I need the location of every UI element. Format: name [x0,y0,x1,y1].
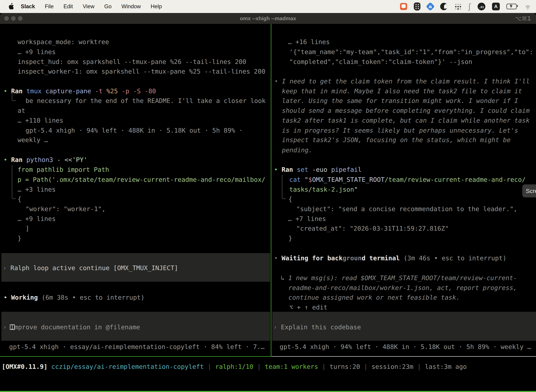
terminal-line: { [18,194,21,204]
text-segment: Working [11,294,42,301]
text-segment: | [413,363,425,370]
desktop: SlackFileEditViewGoWindowHelp ʃ..61A omx… [0,0,536,392]
terminal-line: later. Using the same for transition mig… [282,96,518,106]
terminal-line: inspect_worker-1: omx sparkshell --tmux-… [18,67,265,76]
terminal-line: ] [25,224,29,233]
screenshot-app-icon[interactable] [400,3,407,10]
terminal-line: gpt-5.4 xhigh · essay/ai-reimplementatio… [9,342,264,352]
countdown-badge[interactable]: ..61 [478,3,485,10]
text-segment: Waiting for back [282,254,343,262]
output-connector-line [282,175,286,199]
text-segment: workspace_mode: worktree [18,38,109,46]
terminal-line: keep that in mind. Maybe I also need the… [282,86,522,96]
terminal-content[interactable]: workspace_mode: worktree… +9 linesinspec… [0,24,536,392]
squiggle-icon[interactable]: ʃ [468,2,471,11]
menu-status-icons: ʃ..61A [400,2,532,11]
omx-status-line: [OMX#0.11.9] cczip/essay/ai-reimplementa… [2,362,467,372]
terminal-line: should send a message before completing … [282,106,530,116]
text-segment: ralph:1/10 [215,363,254,370]
menu-item-window[interactable]: Window [121,3,141,10]
text-segment: Ran [11,156,26,163]
terminal-line: … +9 lines [18,214,56,224]
menu-bar: SlackFileEditViewGoWindowHelp ʃ..61A [0,0,536,13]
text-cursor: I [10,323,14,331]
terminal-line: "completed","claim_token":"claim-token"}… [289,57,472,67]
text-segment: mprove documentation in @filename [14,323,140,331]
text-segment: • [4,156,11,163]
text-segment: "completed","claim_token":"claim-token"}… [289,58,472,65]
dots-grid-icon[interactable] [454,3,462,10]
text-segment: • [4,88,11,95]
text-segment: gpt-5.4 xhigh · 94% left · 488K in · 5.1… [25,127,243,134]
terminal-line: be necessary for the end of the README. … [25,96,266,106]
input-source-icon[interactable]: A [492,3,500,10]
text-segment: cczip/essay/ai-reimplementation-copyleft [51,363,204,370]
text-segment: › [273,323,281,331]
text-segment: keep that in mind. Maybe I also need the… [282,88,522,95]
text-segment: task2 after task1 is complete, but can I… [282,117,530,124]
text-segment: 'PY' [72,156,87,163]
text-segment: readme-and-reco/mailbox/worker-1.json, a… [288,284,517,291]
terminal-line: … +3 lines [18,185,56,194]
text-segment: • [4,294,11,301]
terminal-line: tasks/task-2.json" [289,185,358,194]
text-segment: Ralph loop active continue [OMX_TMUX_INJ… [10,264,178,271]
text-segment: d terminal [362,254,404,262]
text-segment: at [18,107,25,114]
text-segment: be necessary for the end of the README. … [25,97,266,104]
text-segment: … +9 lines [18,215,56,222]
wifi-icon[interactable] [523,3,532,10]
text-segment: | [318,363,330,370]
terminal-line: p = Path('.omx/state/team/review-current… [18,175,265,185]
text-segment: "created_at": "2026-03-31T11:59:27.816Z" [296,225,449,232]
terminal-line: gpt-5.4 xhigh · 94% left · 488K in · 5.1… [25,126,243,135]
text-segment: -S [133,88,144,95]
window-title: omx --xhigh --madmax [0,15,536,21]
text-segment: I need to get the claim token from the c… [282,78,530,85]
text-segment: { [18,196,21,203]
text-segment: • [274,166,282,173]
menu-item-file[interactable]: File [45,3,54,10]
terminal-window: omx --xhigh --madmax ⌥⌘1 workspace_mode:… [0,13,536,392]
text-segment: " [305,176,308,183]
text-segment: (3m 46s • esc to interrupt) [404,254,507,262]
grid-shield-icon[interactable] [414,2,421,10]
terminal-line: gpt-5.4 xhigh · 94% left · 488K in · 5.1… [280,342,531,352]
terminal-line: … +16 lines [288,37,330,47]
text-segment: pending. [282,146,312,154]
text-segment: python3 [26,156,57,163]
terminal-line: … +110 lines [18,116,63,125]
text-segment: Ran [282,166,297,173]
terminal-line: pending. [282,145,312,155]
menu-item-slack[interactable]: Slack [21,3,35,10]
text-segment: … +110 lines [18,117,63,124]
menu-item-help[interactable]: Help [151,3,162,10]
text-segment: } [288,235,292,242]
text-segment: tmux [26,88,45,95]
terminal-line: inspect_hud: omx sparkshell --tmux-pane … [18,57,246,67]
terminal-line: › Explain this codebase [273,322,361,332]
text-segment: weekly … [18,136,48,144]
text-segment: groun [343,254,362,262]
text-segment: -t [95,88,106,95]
text-segment: … +16 lines [288,38,330,46]
battery-icon[interactable] [507,4,517,9]
terminal-line: • Ran set -euo pipefail [274,165,362,175]
text-segment: OMX_TEAM_STATE_ROOT [312,176,385,183]
window-titlebar[interactable]: omx --xhigh --madmax ⌥⌘1 [0,13,536,24]
text-segment: … +7 lines [288,215,326,222]
terminal-line: ↳ 1 new msg(s): read $OMX_TEAM_STATE_ROO… [281,273,517,283]
menu-item-view[interactable]: View [83,3,94,10]
menu-item-go[interactable]: Go [104,3,111,10]
terminal-line: ⌥ + ↑ edit [289,303,327,312]
blue-badge-icon[interactable] [426,2,435,11]
text-segment: later. Using the same for transition mig… [282,97,518,104]
menu-item-edit[interactable]: Edit [63,3,73,10]
apple-logo-icon[interactable] [8,3,14,10]
pane-divider[interactable] [271,24,271,356]
terminal-line: continue assigned work or next feasible … [288,293,460,303]
text-segment: } [18,235,21,242]
dark-crescent-icon[interactable] [440,3,448,10]
text-segment: /team/review-current-readme-and-reco/ [385,176,526,183]
output-connector-line [12,165,16,199]
